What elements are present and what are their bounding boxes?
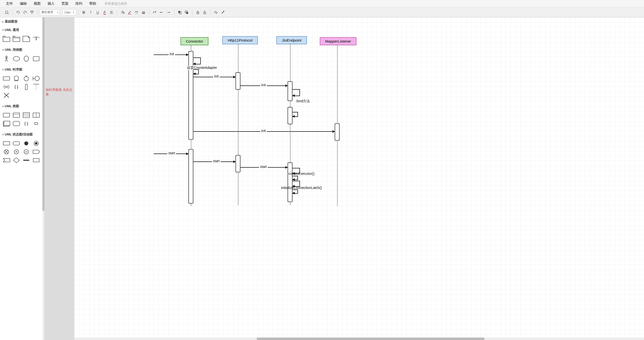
- font-family-select[interactable]: 微软雅黑: [40, 9, 60, 15]
- svg-point-39: [24, 76, 28, 81]
- msg-bind[interactable]: [292, 89, 300, 96]
- shape-lifeline-icon[interactable]: [32, 83, 41, 91]
- shape-actor-icon[interactable]: [2, 55, 11, 62]
- shape-destroy-icon[interactable]: [2, 83, 11, 91]
- menu-arrange[interactable]: 排列: [72, 0, 86, 7]
- section-basic-shapes[interactable]: 基础图形: [0, 17, 44, 26]
- section-uml-general[interactable]: UML 通用: [0, 26, 44, 34]
- font-color-icon[interactable]: A: [101, 9, 108, 16]
- shape-note-icon[interactable]: [22, 35, 31, 42]
- menu-file[interactable]: 文件: [2, 0, 16, 7]
- align-icon[interactable]: [108, 9, 115, 16]
- line-color-icon[interactable]: [126, 9, 133, 16]
- shape-ellipse2-icon[interactable]: [22, 55, 31, 62]
- sidebar-scrollbar[interactable]: [42, 17, 44, 340]
- shape-system-icon[interactable]: [32, 55, 41, 62]
- activation-jio-1[interactable]: [288, 81, 292, 101]
- horizontal-scrollbar[interactable]: [74, 338, 644, 340]
- shape-control-icon[interactable]: [22, 75, 31, 82]
- section-uml-class[interactable]: UML 类图: [0, 102, 44, 110]
- shape-receive-icon[interactable]: [2, 156, 11, 164]
- shape-braces2-icon[interactable]: { }: [22, 120, 31, 127]
- svg-rect-52: [23, 113, 30, 118]
- shape-class-full-icon[interactable]: [22, 111, 31, 119]
- underline-icon[interactable]: U: [94, 9, 101, 16]
- shape-deep-history-icon[interactable]: H*: [22, 148, 31, 156]
- shape-class-stack-icon[interactable]: [2, 120, 11, 127]
- shape-text-icon[interactable]: T: [32, 35, 41, 42]
- arrow-end-icon[interactable]: [165, 9, 172, 16]
- shape-activation-icon[interactable]: [22, 83, 31, 91]
- arrow-start-icon[interactable]: [158, 9, 165, 16]
- shape-object-icon[interactable]: [2, 75, 11, 82]
- msg-init-1-label: init: [168, 52, 175, 56]
- activation-jio-3[interactable]: [288, 162, 292, 202]
- send-back-icon[interactable]: [183, 9, 190, 16]
- shape-class-simple-icon[interactable]: [2, 111, 11, 119]
- activation-http11-1[interactable]: [236, 72, 240, 90]
- participant-http11protocol[interactable]: Http11Protocol: [222, 36, 258, 44]
- magic-wand-icon[interactable]: [220, 9, 226, 16]
- section-uml-sequence[interactable]: UML 时序图: [0, 65, 44, 74]
- line-style-icon[interactable]: [133, 9, 140, 16]
- shape-signal-icon[interactable]: [32, 148, 41, 156]
- font-size-select[interactable]: 13px▲▼: [62, 9, 76, 15]
- fill-color-icon[interactable]: [119, 9, 126, 16]
- svg-rect-49: [3, 113, 10, 117]
- shape-fragment-icon[interactable]: { }: [12, 83, 21, 91]
- shape-terminate-icon[interactable]: [2, 148, 11, 156]
- bring-front-icon[interactable]: [176, 9, 183, 16]
- participant-jioendpoint[interactable]: JIoEndpoint: [276, 36, 307, 44]
- menu-edit[interactable]: 编辑: [16, 0, 30, 7]
- shape-package-icon[interactable]: [2, 35, 11, 42]
- participant-mapperlistener[interactable]: MapperListener: [320, 37, 356, 45]
- shape-small-rect-icon[interactable]: [32, 120, 41, 127]
- undo-icon[interactable]: [15, 9, 22, 16]
- msg-setcoyote-return[interactable]: [193, 69, 199, 74]
- bold-icon[interactable]: B: [80, 9, 87, 16]
- msg-setcoyote[interactable]: [193, 57, 201, 64]
- shape-state-round-icon[interactable]: [12, 140, 21, 147]
- msg-il-return[interactable]: [292, 189, 298, 194]
- shape-initial-icon[interactable]: [22, 140, 31, 147]
- italic-icon[interactable]: I: [87, 9, 94, 16]
- section-uml-usecase[interactable]: UML 用例图: [0, 45, 44, 54]
- canvas[interactable]: Connector Http11Protocol JIoEndpoint Map…: [74, 17, 644, 340]
- menu-insert[interactable]: 插入: [44, 0, 58, 7]
- unlock-icon[interactable]: [201, 9, 208, 16]
- section-uml-state[interactable]: UML 状态图/活动图: [0, 130, 44, 139]
- activation-http11-2[interactable]: [236, 155, 240, 172]
- shape-entity-icon[interactable]: [12, 75, 21, 82]
- activation-connector-1[interactable]: [188, 51, 193, 140]
- shape-class-split-icon[interactable]: [32, 111, 41, 119]
- shape-class-title-icon[interactable]: [12, 111, 21, 119]
- connector-style-icon[interactable]: [151, 9, 158, 16]
- menu-page[interactable]: 页面: [58, 0, 72, 7]
- lock-icon[interactable]: [194, 9, 201, 16]
- activation-mapper-1[interactable]: [335, 123, 340, 141]
- zoom-reset-icon[interactable]: [4, 9, 10, 16]
- shape-bar-icon[interactable]: [22, 156, 31, 164]
- shape-final-icon[interactable]: [32, 140, 41, 147]
- shape-history-icon[interactable]: H: [12, 148, 21, 156]
- shape-boundary-icon[interactable]: [32, 75, 41, 82]
- msg-ce-return[interactable]: [292, 176, 298, 180]
- menu-help[interactable]: 帮助: [86, 0, 100, 7]
- msg-createexecutor-label: createExecutor();: [288, 172, 316, 176]
- shape-decision-icon[interactable]: [12, 156, 21, 164]
- format-painter-icon[interactable]: [28, 9, 36, 16]
- activation-jio-2[interactable]: [288, 107, 292, 124]
- menu-view[interactable]: 视图: [30, 0, 44, 7]
- participant-connector[interactable]: Connector: [180, 37, 208, 45]
- activation-connector-2[interactable]: [188, 149, 193, 204]
- shape-frame-icon[interactable]: [32, 156, 41, 164]
- shape-class-round-icon[interactable]: [12, 120, 21, 127]
- shape-cross-icon[interactable]: [2, 92, 11, 99]
- shape-ellipse-icon[interactable]: [12, 55, 21, 62]
- shape-state-icon[interactable]: [2, 140, 11, 147]
- shape-package-tab-icon[interactable]: [12, 35, 21, 42]
- link-icon[interactable]: [212, 9, 220, 16]
- msg-bind-return[interactable]: [292, 112, 298, 117]
- redo-icon[interactable]: [22, 9, 28, 16]
- line-width-icon[interactable]: [140, 9, 147, 16]
